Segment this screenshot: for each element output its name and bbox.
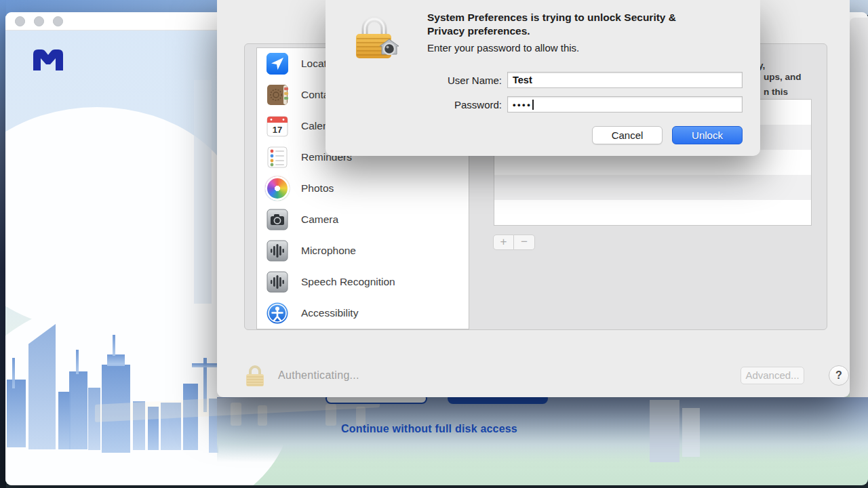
password-field[interactable]: •••• (507, 96, 743, 113)
microphone-icon (265, 239, 290, 263)
password-masked-value: •••• (513, 100, 532, 110)
sidebar-item-label: Camera (301, 214, 338, 226)
calendar-icon: 17 (265, 114, 290, 138)
username-field[interactable]: Test (507, 72, 743, 88)
skyline-building (194, 80, 212, 304)
contacts-icon (265, 83, 290, 107)
svg-text:17: 17 (273, 125, 282, 135)
malwarebytes-logo (31, 48, 66, 71)
security-lock-icon (350, 9, 404, 65)
password-label: Password: (393, 99, 502, 110)
skyline-building (107, 354, 125, 366)
sidebar-item-microphone[interactable]: Microphone (257, 235, 469, 266)
skyline-building (650, 400, 679, 462)
sidebar-item-accessibility[interactable]: Accessibility (257, 298, 469, 329)
text-cursor (532, 100, 534, 110)
sidebar-item-label: Speech Recognition (301, 276, 395, 288)
background-band (217, 397, 868, 462)
sidebar-item-speech-recognition[interactable]: Speech Recognition (257, 266, 469, 298)
remove-app-button[interactable]: − (514, 235, 535, 250)
location-icon (265, 52, 290, 76)
continue-without-full-disk-access-link[interactable]: Continue without full disk access (341, 423, 517, 435)
camera-icon (265, 207, 290, 232)
skyline-building (28, 324, 56, 449)
add-app-button[interactable]: + (493, 235, 514, 250)
sidebar-item-label: Accessibility (301, 307, 358, 319)
sidebar-item-camera[interactable]: Camera (257, 204, 469, 235)
lock-status-icon (243, 362, 267, 388)
dialog-title: System Preferences is trying to unlock S… (427, 11, 749, 37)
zoom-button[interactable] (53, 16, 63, 26)
screen: Continue without full disk access Locati… (0, 0, 868, 488)
speech-recognition-icon (265, 270, 290, 294)
reminders-icon (265, 145, 290, 169)
help-button[interactable]: ? (829, 365, 849, 386)
skyline-building (69, 371, 87, 449)
cancel-button[interactable]: Cancel (592, 126, 663, 144)
window-controls (15, 16, 63, 26)
background-window-edge (850, 18, 868, 397)
close-button[interactable] (15, 16, 25, 26)
sidebar-item-label: Microphone (301, 245, 356, 257)
accessibility-icon (265, 301, 290, 325)
skyline-building (682, 408, 700, 457)
sidebar-item-label: Photos (301, 182, 334, 195)
skyline-building (76, 350, 79, 374)
panel-description-fragment: ups, and (764, 72, 802, 82)
dialog-subtitle: Enter your password to allow this. (427, 42, 749, 54)
authenticating-status: Authenticating... (278, 369, 359, 382)
minimize-button[interactable] (34, 16, 44, 26)
authentication-dialog: System Preferences is trying to unlock S… (326, 0, 760, 156)
advanced-button[interactable]: Advanced... (741, 367, 804, 384)
skyline-building (113, 335, 115, 356)
skyline-building (7, 380, 26, 447)
username-label: User Name: (393, 75, 502, 86)
skyline-building (12, 358, 15, 388)
photos-icon (265, 176, 290, 201)
username-value: Test (513, 75, 532, 85)
sidebar-item-photos[interactable]: Photos (257, 173, 469, 204)
unlock-button[interactable]: Unlock (672, 126, 743, 144)
app-list-controls: + − (493, 235, 535, 250)
panel-description-fragment: n this (764, 87, 788, 97)
